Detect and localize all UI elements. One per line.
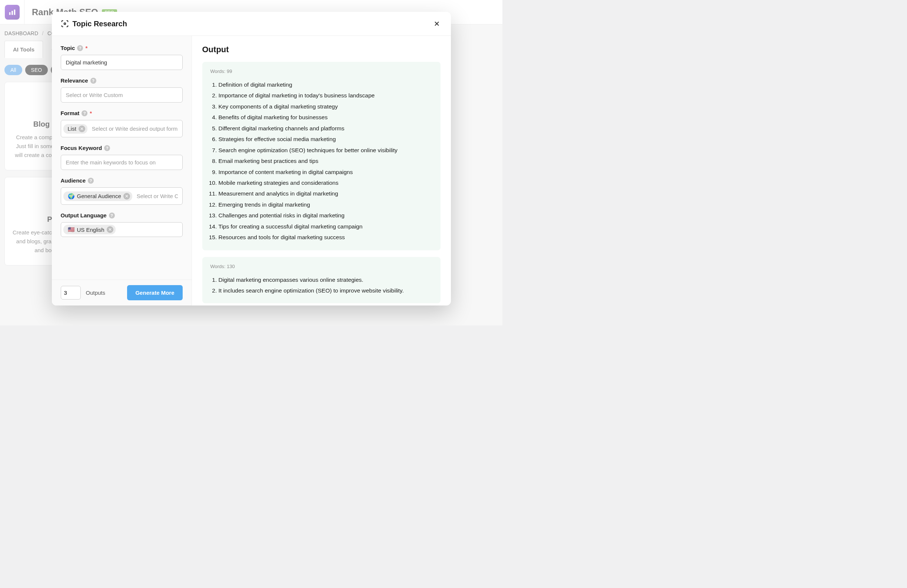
tag-label: US English	[77, 227, 104, 233]
help-icon[interactable]: ?	[82, 110, 87, 116]
help-icon[interactable]: ?	[104, 145, 110, 151]
modal-header: Topic Research	[52, 12, 451, 36]
field-topic: Topic ? *	[61, 45, 183, 70]
lang-input[interactable]: 🇺🇸 US English ✕	[61, 222, 183, 237]
modal-body: Topic ? * Relevance ?	[52, 36, 451, 305]
words-count-1: Words: 99	[210, 69, 433, 74]
remove-tag-icon[interactable]: ✕	[123, 193, 130, 200]
required-mark: *	[90, 110, 92, 116]
lang-tag: 🇺🇸 US English ✕	[63, 225, 115, 234]
focus-label: Focus Keyword	[61, 145, 102, 151]
output-block-2: Words: 130 Digital marketing encompasses…	[202, 257, 441, 304]
field-audience: Audience ? 🌍 General Audience ✕	[61, 177, 183, 205]
output-list-item: Benefits of digital marketing for busine…	[219, 112, 433, 123]
remove-tag-icon[interactable]: ✕	[107, 226, 114, 233]
topic-input[interactable]	[61, 55, 183, 70]
output-list-item: Search engine optimization (SEO) techniq…	[219, 145, 433, 155]
output-list-item: Strategies for effective social media ma…	[219, 134, 433, 144]
format-input[interactable]: List ✕	[61, 120, 183, 137]
help-icon[interactable]: ?	[109, 213, 115, 219]
format-label: Format	[61, 110, 80, 116]
globe-icon: 🌍	[68, 193, 75, 200]
field-format: Format ? * List ✕	[61, 110, 183, 137]
field-focus-keyword: Focus Keyword ?	[61, 145, 183, 170]
relevance-input[interactable]	[61, 87, 183, 102]
scan-icon	[61, 20, 69, 28]
generate-more-button[interactable]: Generate More	[127, 285, 182, 300]
output-block-1: Words: 99 Definition of digital marketin…	[202, 62, 441, 250]
audience-tag: 🌍 General Audience ✕	[63, 192, 132, 201]
modal-output-panel: Output Words: 99 Definition of digital m…	[192, 36, 451, 305]
outputs-label: Outputs	[86, 289, 122, 296]
output-list-item: Challenges and potential risks in digita…	[219, 210, 433, 220]
output-list-item: Emerging trends in digital marketing	[219, 199, 433, 210]
output-heading: Output	[202, 45, 441, 54]
output-list-item: Importance of content marketing in digit…	[219, 167, 433, 177]
output-list-item: Resources and tools for digital marketin…	[219, 232, 433, 243]
output-list-item: Key components of a digital marketing st…	[219, 101, 433, 112]
words-count-2: Words: 130	[210, 264, 433, 269]
output-list-item: Digital marketing encompasses various on…	[219, 274, 433, 285]
audience-text-input[interactable]	[135, 190, 180, 202]
audience-label: Audience	[61, 177, 86, 184]
modal-overlay: Topic Research Topic ? *	[0, 0, 502, 326]
output-list-item: Mobile marketing strategies and consider…	[219, 177, 433, 188]
help-icon[interactable]: ?	[90, 78, 96, 84]
audience-input[interactable]: 🌍 General Audience ✕	[61, 187, 183, 205]
modal-form-panel: Topic ? * Relevance ?	[52, 36, 192, 305]
remove-tag-icon[interactable]: ✕	[79, 126, 85, 132]
relevance-label: Relevance	[61, 77, 88, 84]
help-icon[interactable]: ?	[77, 45, 83, 51]
format-tag-list: List ✕	[63, 124, 87, 134]
focus-input[interactable]	[61, 155, 183, 170]
tag-label: General Audience	[77, 193, 121, 199]
us-flag-icon: 🇺🇸	[68, 226, 75, 233]
modal-footer: Outputs Generate More	[52, 280, 192, 305]
output-list-item: Measurement and analytics in digital mar…	[219, 188, 433, 199]
output-list-item: Importance of digital marketing in today…	[219, 90, 433, 101]
outputs-count-input[interactable]	[61, 286, 81, 300]
lang-label: Output Language	[61, 212, 107, 219]
svg-point-3	[64, 23, 66, 25]
close-button[interactable]	[432, 19, 442, 29]
field-output-language: Output Language ? 🇺🇸 US English ✕	[61, 212, 183, 237]
output-list-item: Email marketing best practices and tips	[219, 155, 433, 166]
field-relevance: Relevance ?	[61, 77, 183, 102]
required-mark: *	[85, 45, 87, 51]
output-list-item: Different digital marketing channels and…	[219, 123, 433, 134]
format-text-input[interactable]	[90, 123, 180, 135]
tag-label: List	[68, 126, 76, 132]
topic-label: Topic	[61, 45, 75, 51]
help-icon[interactable]: ?	[88, 178, 94, 184]
topic-research-modal: Topic Research Topic ? *	[52, 12, 451, 305]
output-list-2: Digital marketing encompasses various on…	[210, 274, 433, 296]
output-list-item: Tips for creating a successful digital m…	[219, 221, 433, 232]
output-list-item: Definition of digital marketing	[219, 79, 433, 90]
modal-title: Topic Research	[73, 20, 432, 28]
output-list-1: Definition of digital marketingImportanc…	[210, 79, 433, 243]
output-list-item: It includes search engine optimization (…	[219, 285, 433, 296]
